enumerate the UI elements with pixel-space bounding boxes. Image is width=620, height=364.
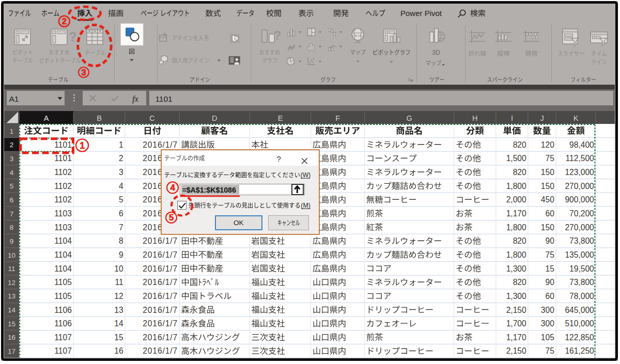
svg-text:5: 5 [169,213,174,222]
svg-text:2: 2 [62,17,67,26]
svg-text:1: 1 [80,140,85,151]
svg-text:4: 4 [170,183,175,192]
svg-text:3: 3 [81,68,86,77]
